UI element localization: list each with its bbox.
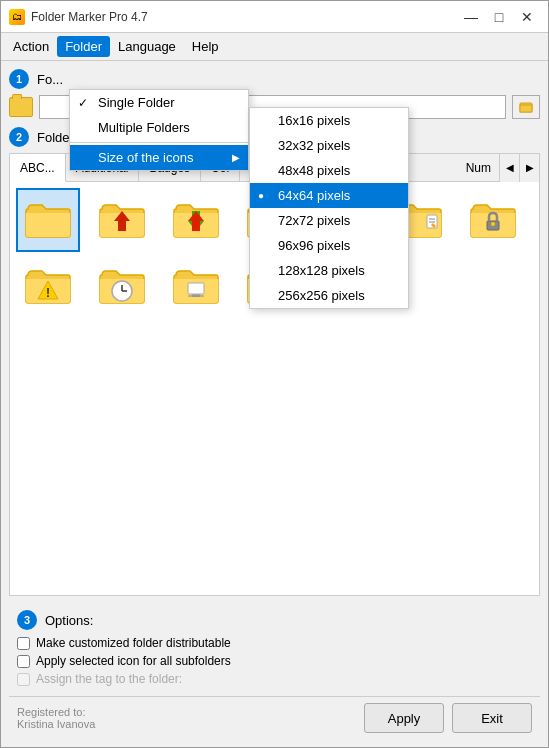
checkbox-row-3: Assign the tag to the folder:	[17, 672, 532, 686]
submenu-size: 16x16 pixels 32x32 pixels 48x48 pixels 6…	[249, 107, 409, 309]
window-title: Folder Marker Pro 4.7	[31, 10, 458, 24]
folder-icon-green-arrows	[172, 199, 220, 241]
submenu-96[interactable]: 96x96 pixels	[250, 233, 408, 258]
submenu-32[interactable]: 32x32 pixels	[250, 133, 408, 158]
icon-cell-network[interactable]	[164, 254, 228, 318]
section3-header: 3 Options:	[17, 610, 532, 630]
icon-cell-default[interactable]	[16, 188, 80, 252]
folder-icon-red-arrow	[98, 199, 146, 241]
submenu-72[interactable]: 72x72 pixels	[250, 208, 408, 233]
menu-language[interactable]: Language	[110, 36, 184, 57]
browse-icon	[518, 99, 534, 115]
title-bar: 🗂 Folder Marker Pro 4.7 — □ ✕	[1, 1, 548, 33]
icon-cell-lock[interactable]	[461, 188, 525, 252]
exit-button[interactable]: Exit	[452, 703, 532, 733]
options-section: 3 Options: Make customized folder distri…	[9, 604, 540, 696]
checkbox-distributable-label: Make customized folder distributable	[36, 636, 231, 650]
close-button[interactable]: ✕	[514, 7, 540, 27]
main-window: 🗂 Folder Marker Pro 4.7 — □ ✕ Action Fol…	[0, 0, 549, 748]
menu-single-folder[interactable]: Single Folder	[70, 90, 248, 115]
menu-help[interactable]: Help	[184, 36, 227, 57]
submenu-128[interactable]: 128x128 pixels	[250, 258, 408, 283]
svg-rect-17	[188, 283, 204, 294]
browse-button[interactable]	[512, 95, 540, 119]
window-controls: — □ ✕	[458, 7, 540, 27]
checkbox-tag[interactable]	[17, 673, 30, 686]
menu-folder[interactable]: Folder	[57, 36, 110, 57]
main-content: 1 Fo... 2 Folder Icon: ABC... Additi	[1, 61, 548, 747]
checkbox-row-1: Make customized folder distributable	[17, 636, 532, 650]
submenu-64[interactable]: 64x64 pixels	[250, 183, 408, 208]
menu-bar: Action Folder Language Help	[1, 33, 548, 61]
section1-badge: 1	[9, 69, 29, 89]
app-icon: 🗂	[9, 9, 25, 25]
maximize-button[interactable]: □	[486, 7, 512, 27]
registered-info: Registered to: Kristina Ivanova	[17, 706, 356, 730]
registered-name: Kristina Ivanova	[17, 718, 356, 730]
folder-icon-default	[24, 199, 72, 241]
section1-header: 1 Fo...	[9, 69, 540, 89]
submenu-48[interactable]: 48x48 pixels	[250, 158, 408, 183]
icon-cell-red[interactable]	[90, 188, 154, 252]
tab-num[interactable]: Num	[458, 154, 499, 182]
icon-cell-clock[interactable]	[90, 254, 154, 318]
folder-icon-lock	[469, 199, 517, 241]
checkbox-row-2: Apply selected icon for all subfolders	[17, 654, 532, 668]
menu-multiple-folders[interactable]: Multiple Folders	[70, 115, 248, 140]
minimize-button[interactable]: —	[458, 7, 484, 27]
folder-icon-network	[172, 265, 220, 307]
folder-menu: Single Folder Multiple Folders Size of t…	[69, 89, 249, 171]
apply-button[interactable]: Apply	[364, 703, 444, 733]
checkbox-subfolders[interactable]	[17, 655, 30, 668]
tab-abc[interactable]: ABC...	[10, 154, 66, 182]
registered-label: Registered to:	[17, 706, 356, 718]
folder-thumb-icon	[9, 97, 33, 117]
footer: Registered to: Kristina Ivanova Apply Ex…	[9, 696, 540, 739]
section1-label: Fo...	[37, 72, 63, 87]
menu-size-icons[interactable]: Size of the icons	[70, 145, 248, 170]
section3-label: Options:	[45, 613, 93, 628]
section2-badge: 2	[9, 127, 29, 147]
icon-cell-green[interactable]	[164, 188, 228, 252]
section3-badge: 3	[17, 610, 37, 630]
folder-icon-warning: !	[24, 265, 72, 307]
menu-divider	[70, 142, 248, 143]
menu-action[interactable]: Action	[5, 36, 57, 57]
svg-point-11	[491, 222, 495, 226]
folder-icon-clock	[98, 265, 146, 307]
checkbox-distributable[interactable]	[17, 637, 30, 650]
submenu-16[interactable]: 16x16 pixels	[250, 108, 408, 133]
checkbox-subfolders-label: Apply selected icon for all subfolders	[36, 654, 231, 668]
submenu-256[interactable]: 256x256 pixels	[250, 283, 408, 308]
tab-next-button[interactable]: ▶	[519, 154, 539, 182]
checkbox-tag-label: Assign the tag to the folder:	[36, 672, 182, 686]
icon-cell-warning[interactable]: !	[16, 254, 80, 318]
svg-rect-1	[520, 105, 532, 112]
tab-nav: Num ◀ ▶	[458, 154, 539, 182]
tab-prev-button[interactable]: ◀	[499, 154, 519, 182]
svg-text:!: !	[46, 286, 50, 300]
